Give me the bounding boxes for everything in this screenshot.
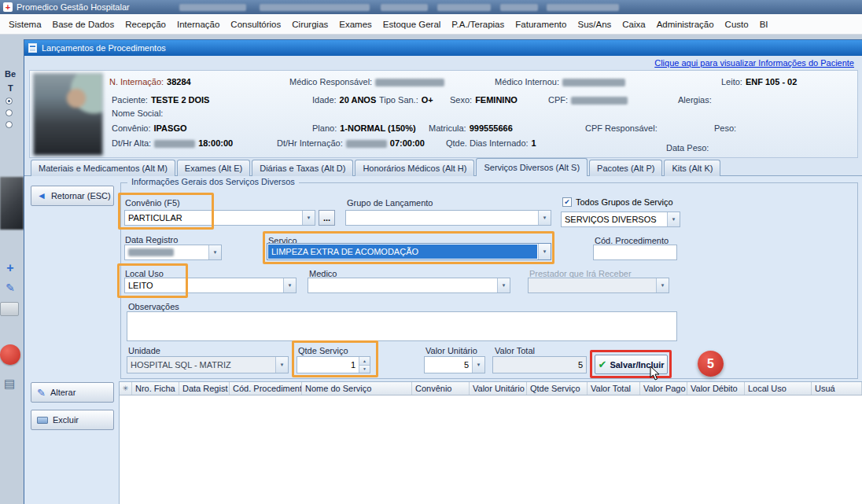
dropdown-arrow-icon[interactable]: ▼ xyxy=(208,245,221,259)
local-uso-dropdown[interactable]: LEITO ▼ xyxy=(124,278,297,293)
menu-custo[interactable]: Custo xyxy=(720,17,754,32)
excluir-label: Excluir xyxy=(53,415,79,425)
menu-internacao[interactable]: Internação xyxy=(171,17,225,32)
dropdown-arrow-icon[interactable]: ▼ xyxy=(283,278,296,292)
menu-exames[interactable]: Exames xyxy=(333,17,378,32)
grid-col-data-regist[interactable]: Data Regist xyxy=(179,382,230,395)
spin-up-icon[interactable]: ▲ xyxy=(359,357,370,366)
redacted-text xyxy=(154,140,195,148)
convenio-dropdown[interactable]: PARTICULAR ▼ xyxy=(124,210,315,226)
inner-window-titlebar: Lançamentos de Procedimentos xyxy=(24,40,862,56)
data-registro-label: Data Registro xyxy=(125,235,178,245)
observacoes-textarea[interactable] xyxy=(127,311,677,341)
field-peso: Peso: xyxy=(714,123,736,133)
tab-honorarios-medicos[interactable]: Honorários Médicos (Alt H) xyxy=(355,160,474,176)
grid-col-valor-unitario[interactable]: Valor Unitário xyxy=(470,382,527,395)
tab-pacotes[interactable]: Pacotes (Alt P) xyxy=(589,160,662,176)
grid-col-local-uso[interactable]: Local Uso xyxy=(745,382,812,395)
menu-estoque-geral[interactable]: Estoque Geral xyxy=(378,17,447,32)
background-radio-button[interactable] xyxy=(6,121,13,128)
servico-combobox[interactable]: LIMPEZA EXTRA DE ACOMODAÇÃO ▼ xyxy=(267,243,551,260)
menu-caixa[interactable]: Caixa xyxy=(617,17,650,32)
grid-col-valor-debito[interactable]: Valor Débito xyxy=(687,382,745,395)
menu-sistema[interactable]: Sistema xyxy=(3,17,47,32)
qtde-servico-spinner[interactable]: 1 ▲▼ xyxy=(297,356,370,373)
grid-col-nro-ficha[interactable]: Nro. Ficha xyxy=(132,382,179,395)
grid-col-qtde-servico[interactable]: Qtde Serviço xyxy=(527,382,588,395)
menu-faturamento[interactable]: Faturamento xyxy=(510,17,572,32)
spinner-buttons: ▲▼ xyxy=(359,357,370,373)
tab-materiais-medicamentos[interactable]: Materiais e Medicamentos (Alt M) xyxy=(31,160,175,176)
dropdown-arrow-icon[interactable]: ▼ xyxy=(538,244,551,259)
grid-empty-body[interactable] xyxy=(120,395,862,504)
convenio-lookup-button[interactable]: ... xyxy=(319,210,335,226)
cod-procedimento-input[interactable] xyxy=(593,245,677,260)
grid-col-nome-servico[interactable]: Nome do Serviço xyxy=(302,382,412,395)
field-alergias: Alergias: xyxy=(678,95,712,105)
menu-cirurgias[interactable]: Cirurgias xyxy=(286,17,333,32)
unidade-dropdown[interactable]: HOSPITAL SQL - MATRIZ ▼ xyxy=(127,356,289,373)
redacted-text xyxy=(260,4,370,11)
menu-bar: Sistema Base de Dados Recepção Internaçã… xyxy=(0,14,862,35)
dropdown-arrow-icon[interactable]: ▼ xyxy=(302,211,315,225)
medico-dropdown[interactable]: ▼ xyxy=(308,278,510,293)
todos-grupos-checkbox[interactable]: ✔ xyxy=(562,197,572,207)
printer-icon[interactable]: ▤ xyxy=(0,376,19,392)
menu-administracao[interactable]: Administração xyxy=(651,17,720,32)
data-registro-field[interactable]: ▼ xyxy=(124,245,222,260)
field-value: O+ xyxy=(422,95,433,105)
red-circle-icon[interactable] xyxy=(0,344,20,365)
patient-info-panel: N. Internação:38284 Médico Responsável: … xyxy=(29,70,858,158)
grupo-lancamento-dropdown[interactable]: ▼ xyxy=(345,210,551,226)
valor-unitario-field[interactable]: 5 ▼ xyxy=(424,356,485,373)
background-radio-button[interactable] xyxy=(6,97,13,105)
menu-bi[interactable]: BI xyxy=(754,17,774,32)
dropdown-arrow-icon[interactable]: ▼ xyxy=(497,278,510,292)
field-value: 20 ANOS xyxy=(340,95,377,105)
menu-recepcao[interactable]: Recepção xyxy=(120,17,171,32)
grid-col-valor-total[interactable]: Valor Total xyxy=(588,382,640,395)
patient-info-link[interactable]: Clique aqui para visualizar Informações … xyxy=(654,58,854,68)
tab-exames[interactable]: Exames (Alt E) xyxy=(177,160,250,176)
menu-sus-ans[interactable]: Sus/Ans xyxy=(572,17,617,32)
tab-kits[interactable]: Kits (Alt K) xyxy=(664,160,720,176)
menu-pa-terapias[interactable]: P.A./Terapias xyxy=(446,17,510,32)
retornar-button[interactable]: ◄ Retornar (ESC) xyxy=(31,186,114,206)
dropdown-arrow-icon[interactable]: ▼ xyxy=(472,357,484,373)
background-toolbar-button[interactable] xyxy=(0,302,19,316)
tab-diarias-taxas[interactable]: Diárias e Taxas (Alt D) xyxy=(252,160,353,176)
dropdown-arrow-icon: ▼ xyxy=(656,278,669,292)
dropdown-arrow-icon[interactable]: ▼ xyxy=(275,357,288,373)
patient-photo xyxy=(33,73,103,156)
field-label: Tipo San.: xyxy=(379,95,418,105)
tab-servicos-diversos[interactable]: Serviços Diversos (Alt S) xyxy=(476,158,588,176)
add-icon[interactable]: + xyxy=(2,259,19,277)
redacted-text xyxy=(381,4,428,11)
menu-base-de-dados[interactable]: Base de Dados xyxy=(47,17,120,32)
menu-consultorios[interactable]: Consultórios xyxy=(225,17,286,32)
excluir-button[interactable]: Excluir xyxy=(31,410,114,430)
redacted-text xyxy=(562,79,625,86)
prestador-value xyxy=(529,278,656,292)
edit-pencil-icon[interactable]: ✎ xyxy=(2,279,19,296)
field-idade: Idade:20 ANOS xyxy=(312,95,376,105)
grid-col-convenio[interactable]: Convênio xyxy=(412,382,470,395)
grid-col-usuario[interactable]: Usuá xyxy=(812,382,862,395)
retornar-label: Retornar (ESC) xyxy=(51,191,111,200)
convenio-label: Convênio (F5) xyxy=(125,198,180,208)
alterar-button[interactable]: ✎ Alterar xyxy=(31,382,114,403)
background-radio-button[interactable] xyxy=(6,109,13,116)
grid-col-cod-procedimento[interactable]: Cód. Procediment xyxy=(230,382,302,395)
background-partial-text: Be xyxy=(5,69,16,79)
grid-header-row: ✳ Nro. Ficha Data Regist Cód. Procedimen… xyxy=(120,382,862,395)
grupo-servico-dropdown[interactable]: SERVIÇOS DIVERSOS ▼ xyxy=(561,212,680,227)
spin-down-icon[interactable]: ▼ xyxy=(359,366,370,373)
observacoes-label: Observações xyxy=(128,302,179,311)
tab-strip: Materiais e Medicamentos (Alt M) Exames … xyxy=(31,160,720,176)
grid-col-valor-pago[interactable]: Valor Pago xyxy=(640,382,687,395)
field-tipo-sanguineo: Tipo San.:O+ xyxy=(379,95,433,105)
dropdown-arrow-icon[interactable]: ▼ xyxy=(538,211,551,225)
field-cpf-responsavel: CPF Responsável: xyxy=(585,123,658,133)
field-label: CPF: xyxy=(548,95,568,105)
dropdown-arrow-icon[interactable]: ▼ xyxy=(667,212,680,226)
